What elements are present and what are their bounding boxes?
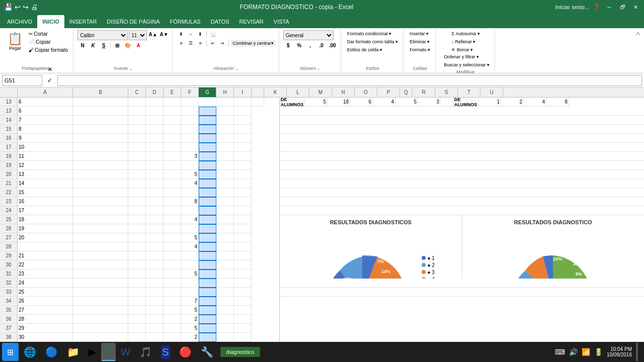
cell-a35[interactable]: 27 xyxy=(18,306,73,315)
cell-h29[interactable] xyxy=(216,251,234,260)
cell-f34[interactable]: 7 xyxy=(181,297,199,306)
col-header-p[interactable]: P xyxy=(377,87,400,97)
cell-g16[interactable] xyxy=(199,134,216,143)
signin-link[interactable]: Iniciar sesio... xyxy=(555,4,589,10)
cell-p-val1[interactable]: 3 xyxy=(418,98,441,107)
delete-cells-button[interactable]: Eliminar ▾ xyxy=(408,38,432,45)
increase-decimal-button[interactable]: .0 xyxy=(316,41,327,49)
cell-c37[interactable] xyxy=(128,324,146,333)
cell-g31[interactable] xyxy=(199,269,216,279)
cut-button[interactable]: ✂Cortar xyxy=(27,30,70,38)
cell-f26[interactable] xyxy=(181,224,199,233)
cell-f18[interactable]: 3 xyxy=(181,152,199,161)
cell-e30[interactable] xyxy=(164,260,181,269)
cell-s-val1[interactable]: 2 xyxy=(501,98,524,107)
cell-e15[interactable] xyxy=(164,125,181,134)
cell-e21[interactable] xyxy=(164,179,181,188)
cell-h19[interactable] xyxy=(216,161,234,170)
cell-e19[interactable] xyxy=(164,161,181,170)
cell-i18[interactable] xyxy=(234,152,252,161)
cell-e38[interactable] xyxy=(164,333,181,342)
insert-cells-button[interactable]: Insertar ▾ xyxy=(408,30,431,37)
explorer-button[interactable]: 📁 xyxy=(63,343,84,361)
wrap-text-button[interactable]: 📃 xyxy=(208,30,217,38)
row-num-22[interactable]: 22 xyxy=(0,188,18,197)
row-num-13[interactable]: 13 xyxy=(0,98,18,107)
decrease-indent-button[interactable]: ⇐ xyxy=(208,39,217,47)
cell-g35[interactable] xyxy=(199,306,216,315)
cell-j13[interactable] xyxy=(252,98,264,107)
col-header-d[interactable]: D xyxy=(146,87,164,97)
cell-a18[interactable]: 11 xyxy=(18,152,73,161)
font-color-button[interactable]: A xyxy=(133,41,143,49)
fill-button[interactable]: ↓ Rellenar ▾ xyxy=(449,38,477,45)
audio-button[interactable]: 🎵 xyxy=(135,343,156,361)
cell-f23[interactable]: 8 xyxy=(181,197,199,206)
cell-f29[interactable] xyxy=(181,251,199,260)
cell-e17[interactable] xyxy=(164,143,181,152)
cell-a36[interactable]: 28 xyxy=(18,315,73,324)
col-header-a[interactable]: A xyxy=(18,87,73,97)
row-num-15[interactable]: 15 xyxy=(0,125,18,134)
cell-d33[interactable] xyxy=(146,288,164,297)
cell-c36[interactable] xyxy=(128,315,146,324)
cell-f35[interactable]: 5 xyxy=(181,306,199,315)
cell-i38[interactable] xyxy=(234,333,252,342)
active-app-indicator[interactable]: diagnostico xyxy=(220,347,261,357)
cell-d18[interactable] xyxy=(146,152,164,161)
cell-b22[interactable] xyxy=(73,188,128,197)
cell-i28[interactable] xyxy=(234,242,252,251)
cell-f13[interactable] xyxy=(181,107,199,116)
currency-button[interactable]: $ xyxy=(283,41,293,49)
cell-e35[interactable] xyxy=(164,306,181,315)
underline-button[interactable]: S xyxy=(99,41,109,49)
row-num-33[interactable]: 33 xyxy=(0,288,18,297)
cell-d13[interactable] xyxy=(146,107,164,116)
confirm-formula-button[interactable]: ✓ xyxy=(44,75,55,86)
cell-g21[interactable] xyxy=(199,179,216,188)
increase-font-button[interactable]: A▲ xyxy=(148,30,158,38)
cell-d31[interactable] xyxy=(146,269,164,279)
decrease-font-button[interactable]: A▼ xyxy=(159,30,169,38)
cell-b18[interactable] xyxy=(73,152,128,161)
cell-h14[interactable] xyxy=(216,116,234,125)
cell-c38[interactable] xyxy=(128,333,146,342)
tab-formulas[interactable]: FÓRMULAS xyxy=(165,15,206,28)
redo-icon[interactable]: ↪ xyxy=(23,3,29,11)
cell-a21[interactable]: 14 xyxy=(18,179,73,188)
cell-e36[interactable] xyxy=(164,315,181,324)
cell-d35[interactable] xyxy=(146,306,164,315)
cell-c30[interactable] xyxy=(128,260,146,269)
cell-e33[interactable] xyxy=(164,288,181,297)
cell-c13[interactable] xyxy=(128,98,146,107)
cell-i16[interactable] xyxy=(234,134,252,143)
battery-icon[interactable]: 🔋 xyxy=(594,348,603,356)
paste-button[interactable]: 📋 Pegar xyxy=(5,30,25,52)
cell-h18[interactable] xyxy=(216,152,234,161)
cell-o-val1[interactable]: 5 xyxy=(395,98,418,107)
cell-a20[interactable]: 13 xyxy=(18,170,73,179)
tab-vista[interactable]: VISTA xyxy=(269,15,294,28)
cell-h37[interactable] xyxy=(216,324,234,333)
cell-r-val1[interactable]: 1 xyxy=(478,98,501,107)
cell-c24[interactable] xyxy=(128,206,146,215)
cell-g13[interactable] xyxy=(199,107,216,116)
cell-a26[interactable]: 19 xyxy=(18,224,73,233)
cell-c31[interactable] xyxy=(128,269,146,279)
cell-d24[interactable] xyxy=(146,206,164,215)
cell-c34[interactable] xyxy=(128,297,146,306)
row-num-25[interactable]: 25 xyxy=(0,215,18,224)
copy-button[interactable]: 📄Copiar xyxy=(27,38,70,46)
cell-f37[interactable]: 5 xyxy=(181,324,199,333)
cell-i27[interactable] xyxy=(234,233,252,242)
cell-i17[interactable] xyxy=(234,143,252,152)
cell-d13[interactable] xyxy=(146,98,164,107)
cell-f20[interactable]: 5 xyxy=(181,170,199,179)
cell-g19[interactable] xyxy=(199,161,216,170)
cell-h13[interactable] xyxy=(216,107,234,116)
cell-a29[interactable]: 21 xyxy=(18,251,73,260)
cell-e20[interactable] xyxy=(164,170,181,179)
cell-i19[interactable] xyxy=(234,161,252,170)
cell-h32[interactable] xyxy=(216,279,234,288)
conditional-format-button[interactable]: Formato condicional ▾ xyxy=(345,30,394,37)
